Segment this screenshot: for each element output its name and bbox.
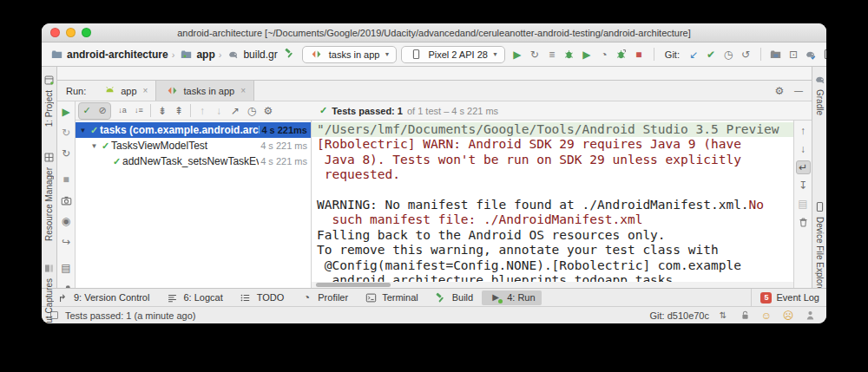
rerun-failed-icon[interactable]: ↻ — [58, 125, 74, 140]
minimize-button[interactable] — [66, 28, 76, 37]
screenshot-icon[interactable] — [58, 193, 74, 208]
scrollbar-thumb[interactable] — [316, 283, 391, 287]
import-icon[interactable]: ↪ — [58, 234, 74, 250]
git-branch-widget[interactable]: Git: d510e70c — [650, 310, 710, 321]
run-tab-app[interactable]: app× — [94, 81, 155, 101]
trash-button[interactable] — [796, 215, 811, 229]
minimize-icon[interactable]: — — [791, 83, 806, 99]
settings-icon[interactable]: ⚙ — [772, 83, 787, 99]
rollback-icon[interactable]: ↺ — [738, 47, 753, 62]
run-tab-icon: ▶ — [488, 290, 503, 305]
test-toolbar-row: ✓⊘↓a↓≡⇟⇞↑↓↗◷⚙ ✓ Tests passed: 1 of 1 tes… — [76, 101, 812, 121]
sidebar-item-device-file-explorer[interactable]: Device File Explorer — [812, 199, 826, 294]
toolwindow-button-terminal[interactable]: Terminal — [357, 290, 424, 305]
run-left-toolbar: ▶↻↻■◉↪▤ — [57, 101, 76, 288]
avd-manager-icon[interactable] — [820, 47, 826, 62]
close-icon[interactable]: × — [143, 86, 148, 95]
apply-changes-icon[interactable]: ↻ — [527, 47, 542, 62]
history-icon[interactable]: ◷ — [720, 47, 736, 62]
toolwindow-button-4-run[interactable]: ▶4: Run — [482, 290, 541, 305]
event-log-button[interactable]: 5Event Log — [751, 289, 819, 306]
run-icon[interactable]: ▶ — [510, 47, 525, 62]
breadcrumb-item[interactable]: android-architecture — [49, 47, 168, 62]
toolwindow-button-label: TODO — [257, 292, 285, 303]
stop-icon[interactable]: ■ — [631, 47, 647, 62]
rerun-icon[interactable]: ▶ — [58, 104, 74, 120]
happy-icon[interactable]: ☺ — [759, 308, 774, 323]
down-button[interactable]: ↓ — [796, 142, 811, 156]
next-failed-icon[interactable]: ↓ — [211, 103, 227, 119]
apply-code-changes-icon[interactable]: ≡ — [544, 47, 560, 62]
scroll-end-button[interactable]: ↧ — [796, 179, 811, 193]
expand-arrow-icon[interactable]: ▼ — [77, 127, 89, 134]
restart-icon[interactable]: ↻ — [58, 146, 74, 161]
history-icon[interactable]: ◷ — [244, 103, 260, 119]
test-results-tree: ▼✓tasks (com.example.android.architect4 … — [76, 121, 312, 288]
run-tab-label: app — [121, 86, 136, 96]
expand-arrow-icon[interactable]: ▼ — [89, 142, 100, 150]
run-header-actions: ⚙— — [772, 83, 812, 99]
resource-manager-icon — [42, 149, 57, 165]
toolwindow-button-build[interactable]: Build — [427, 290, 479, 305]
ignore-filter-icon[interactable]: ⊘ — [95, 103, 110, 119]
attach-debugger-icon[interactable] — [614, 47, 629, 62]
gradle-sync-icon[interactable] — [803, 47, 819, 62]
compare-icon[interactable] — [768, 47, 784, 62]
test-tree-row[interactable]: ▼✓tasks (com.example.android.architect4 … — [76, 122, 311, 138]
screen-record-icon[interactable]: ◉ — [58, 213, 74, 229]
toolwindows-icon[interactable]: ⊡ — [786, 47, 801, 62]
sort-duration-icon[interactable]: ↓≡ — [131, 103, 147, 119]
sidebar-item-resource-manager[interactable]: Resource Manager — [42, 149, 57, 241]
coverage-icon[interactable]: ▶ — [579, 47, 595, 62]
up-button[interactable]: ↑ — [796, 124, 811, 138]
pass-filter-icon[interactable]: ✓ — [79, 103, 95, 119]
breadcrumb-item[interactable]: app — [178, 47, 214, 62]
stop-gray-icon[interactable]: ■ — [58, 172, 74, 187]
test-tree-row[interactable]: ▼✓TasksViewModelTest4 s 221 ms — [76, 138, 311, 153]
zoom-button[interactable] — [82, 28, 91, 37]
test-name: tasks (com.example.android.architect — [100, 124, 260, 136]
layout-icon[interactable]: ▤ — [58, 260, 74, 276]
toolwindow-button-todo[interactable]: TODO — [232, 290, 291, 305]
person-icon[interactable] — [802, 308, 818, 323]
toolwindow-button-profiler[interactable]: ◔Profiler — [293, 290, 354, 305]
settings-icon[interactable]: ⚙ — [260, 103, 276, 119]
console-output[interactable]: "/Users/lmf/Documents/Google/Tools/Andro… — [312, 121, 793, 288]
breadcrumb-item[interactable]: build.gr — [225, 47, 277, 62]
lock-icon[interactable] — [737, 308, 753, 323]
export-icon[interactable]: ↗ — [227, 103, 243, 119]
module-folder-icon — [178, 47, 194, 62]
sort-alpha-icon[interactable]: ↓a — [115, 103, 130, 119]
run-tab-tasks-in-app[interactable]: tasks in app× — [155, 81, 254, 101]
profiler-gauge-icon[interactable]: ◔ — [596, 47, 612, 62]
expand-all-icon[interactable]: ⇟ — [155, 103, 170, 119]
hammer-icon[interactable] — [282, 46, 298, 62]
run-config-selector[interactable]: tasks in app ▼ — [302, 46, 398, 63]
console-line: "/Users/lmf/Documents/Google/Tools/Andro… — [312, 122, 793, 137]
device-selector[interactable]: Pixel 2 API 28 ▼ — [401, 46, 504, 63]
prev-failed-icon[interactable]: ↑ — [194, 103, 210, 119]
device-explorer-icon — [812, 199, 826, 214]
console-text: "/Users/lmf/Documents/Google/Tools/Andro… — [317, 122, 779, 136]
debug-icon[interactable] — [562, 47, 577, 62]
up-icon: ↑ — [795, 123, 811, 139]
sidebar-item-gradle[interactable]: Gradle — [812, 71, 826, 115]
toolwindow-button-9-version-control[interactable]: 9: Version Control — [49, 290, 155, 305]
collapse-all-icon[interactable]: ⇞ — [171, 103, 187, 119]
close-button[interactable] — [50, 28, 60, 37]
separator — [760, 48, 761, 61]
close-icon[interactable]: × — [240, 86, 246, 95]
test-tree-row[interactable]: ✓addNewTask_setsNewTaskEven4 s 221 ms — [76, 153, 311, 169]
sad-icon[interactable]: ☹ — [780, 308, 796, 323]
softwrap-button[interactable]: ↵ — [796, 160, 811, 174]
print-button[interactable]: ▤ — [796, 197, 811, 211]
commit-icon[interactable]: ✔ — [703, 47, 719, 62]
console-line: Falling back to the Android OS resources… — [317, 228, 793, 243]
test-status: ✓ Tests passed: 1 of 1 test – 4 s 221 ms — [312, 105, 498, 116]
separator — [654, 48, 654, 61]
update-icon[interactable]: ↙ — [686, 47, 701, 62]
toolwindow-button-6-logcat[interactable]: 6: Logcat — [158, 290, 228, 305]
version-control-icon — [55, 290, 70, 305]
sidebar-item-1-project[interactable]: 1: Project — [42, 72, 57, 127]
horizontal-scrollbar[interactable] — [312, 282, 793, 288]
